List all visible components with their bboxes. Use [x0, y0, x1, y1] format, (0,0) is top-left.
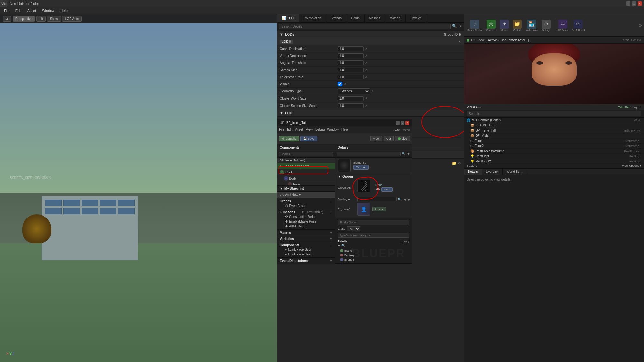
modes-btn[interactable]: ✦ Modes — [498, 19, 510, 32]
settings-btn[interactable]: ⚙ Settings — [540, 19, 552, 32]
camera-vp-btn1[interactable]: Lit — [471, 38, 475, 42]
minimize-btn[interactable]: _ — [626, 1, 630, 6]
outliner-item-rectlight2[interactable]: 💡 RectLight2 RectLight — [468, 159, 644, 163]
geometry-type-select[interactable]: Strands Cards Meshes — [338, 88, 370, 94]
tab-cards[interactable]: Cards — [346, 14, 365, 22]
bp-menu-help[interactable]: Help — [341, 128, 348, 131]
source-file-folder-icon[interactable]: 📁 — [452, 161, 457, 166]
tab-material[interactable]: Material — [385, 14, 406, 22]
bp-details-settings-icon[interactable]: ⚙ — [407, 152, 410, 156]
marketplace-btn[interactable]: 🏪 Marketplace — [524, 19, 539, 32]
show-btn[interactable]: Show — [47, 16, 61, 22]
tab-lod[interactable]: 📊 LOD — [277, 14, 299, 22]
binding-input[interactable] — [357, 197, 397, 201]
components-vars-add-icon[interactable]: + — [330, 243, 332, 247]
bp-node-destroy[interactable]: Destroy — [338, 253, 409, 257]
search-icon[interactable]: 🔍 — [452, 24, 457, 29]
tab-meshes[interactable]: Meshes — [365, 14, 385, 22]
class-select[interactable]: All — [347, 226, 360, 231]
curve-decimation-reset[interactable]: ↺ — [365, 47, 367, 50]
lod-sub-section-header[interactable]: ▼ LOD — [277, 109, 464, 117]
source-file-reload-icon[interactable]: ↺ — [458, 161, 461, 166]
layers-btn[interactable]: Layers — [633, 106, 641, 109]
functions-header[interactable]: Functions (18 Overridable) + — [280, 210, 332, 214]
favorites-header[interactable]: Palette Library — [338, 240, 409, 243]
curve-decimation-input[interactable] — [338, 46, 364, 51]
palette-search-palette-icon[interactable]: 🔍 — [341, 244, 345, 247]
bp-details-search-input[interactable] — [337, 152, 401, 156]
menu-edit[interactable]: Edit — [13, 8, 24, 13]
bp-comp-body[interactable]: ○ Body — [281, 175, 335, 181]
perspective-btn[interactable]: Perspective — [13, 16, 35, 22]
cluster-world-size-reset[interactable]: ↺ — [365, 97, 367, 100]
groom-nav-left-icon[interactable]: ◀ — [375, 187, 378, 192]
macros-add-icon[interactable]: + — [330, 230, 332, 235]
vertex-decimation-reset[interactable]: ↺ — [365, 54, 367, 57]
live-btn[interactable]: Live — [395, 136, 410, 141]
bp-save-btn[interactable]: 💾 Save — [300, 136, 317, 141]
event-graph-item[interactable]: ⬡ EventGraph — [280, 203, 332, 208]
graphs-add-icon[interactable]: + — [330, 199, 332, 203]
variables-header[interactable]: Variables + — [280, 237, 332, 241]
menu-window[interactable]: Window — [39, 8, 57, 13]
bp-minimize-btn[interactable]: _ — [396, 121, 400, 125]
menu-help[interactable]: Help — [58, 8, 70, 13]
binding-nav-left-icon[interactable]: ◀ — [403, 198, 406, 201]
outliner-item-mhfemale[interactable]: 🌐 MH_Female (Editor) World — [464, 118, 644, 123]
visible-checkbox[interactable] — [338, 82, 342, 86]
visible-reset[interactable]: ↺ — [344, 83, 346, 86]
bp-comp-search-input[interactable] — [279, 152, 333, 156]
lit-btn[interactable]: Lit — [36, 16, 46, 22]
binding-search-icon[interactable]: 🔍 — [398, 198, 402, 201]
close-btn[interactable]: ✕ — [638, 1, 642, 6]
palette-favorites-icon[interactable]: ★ — [338, 244, 340, 247]
tab-physics[interactable]: Physics — [406, 14, 426, 22]
groom-nav-right-icon[interactable]: ▶ — [378, 187, 381, 192]
menu-asset[interactable]: Asset — [25, 8, 39, 13]
lods-section-header[interactable]: ▼ LODs Group ID ⊕ — [277, 31, 464, 38]
outliner-item-floor[interactable]: ⬡ Floor StaticMesh... — [468, 138, 644, 144]
bp-menu-asset[interactable]: Asset — [295, 128, 303, 131]
macros-header[interactable]: Macros + — [280, 230, 332, 235]
construction-script-item[interactable]: ⚙ ConstructionScript — [280, 214, 332, 219]
bp-comp-root[interactable]: ⬡ Root — [277, 169, 335, 175]
functions-add-icon[interactable]: + — [330, 210, 332, 214]
texture-btn[interactable]: Texture — [353, 165, 369, 170]
toolbar-more-icon[interactable]: » — [639, 22, 642, 29]
lod-search-input[interactable] — [279, 24, 451, 29]
camera-vp-dot[interactable] — [467, 39, 469, 42]
group-id-label[interactable]: Group ID ⊕ — [444, 33, 461, 36]
find-node-input[interactable] — [338, 220, 409, 225]
bp-menu-debug[interactable]: Debug — [315, 128, 325, 131]
aikit-setup-item[interactable]: ⚙ AIKit_Setup — [280, 224, 332, 229]
angular-threshold-input[interactable] — [338, 60, 364, 65]
thickness-scale-reset[interactable]: ↺ — [365, 76, 367, 79]
add-new-btn[interactable]: ▸ ▸ Add New ▾ — [277, 191, 335, 198]
compile-btn[interactable]: ⚙ Compile — [279, 136, 299, 141]
lod0-close-icon[interactable]: ✕ — [459, 40, 461, 43]
palette-search-input[interactable] — [338, 233, 409, 238]
viewport-controls-btn[interactable]: ⚙ — [3, 16, 11, 22]
details-tab-livelink[interactable]: Live Link — [482, 169, 503, 175]
lod-auto-btn[interactable]: LOD Auto — [62, 16, 82, 22]
geometry-type-reset[interactable]: ↺ — [371, 90, 374, 93]
variables-add-icon[interactable]: + — [330, 237, 332, 241]
cluster-screen-size-input[interactable] — [338, 103, 364, 108]
view-btn[interactable]: View — [370, 136, 382, 141]
cluster-world-size-input[interactable] — [338, 96, 364, 101]
event-dispatchers-add-icon[interactable]: + — [330, 258, 332, 263]
graphs-header[interactable]: Graphs + — [280, 199, 332, 203]
llink-face-head-item[interactable]: ● LLink Face Head — [280, 252, 332, 257]
bp-menu-view[interactable]: View — [306, 128, 313, 131]
source-control-btn[interactable]: ↕ Source Control — [466, 19, 484, 32]
bp-close-btn[interactable]: ✕ — [405, 121, 409, 125]
bp-menu-window[interactable]: Window — [327, 128, 339, 131]
angular-threshold-reset[interactable]: ↺ — [365, 61, 367, 64]
lod-settings-icon[interactable]: ⚙ — [458, 24, 462, 29]
view-options-btn[interactable]: View Options ▾ — [622, 164, 641, 167]
bp-node-event-b[interactable]: Event B — [338, 257, 409, 262]
bp-node-event-t[interactable]: Event T — [338, 262, 409, 264]
bp-comp-face[interactable]: ○ Face — [285, 181, 335, 185]
bp-node-branch[interactable]: Branch — [338, 248, 409, 253]
event-dispatchers-header[interactable]: Event Dispatchers + — [280, 258, 332, 263]
